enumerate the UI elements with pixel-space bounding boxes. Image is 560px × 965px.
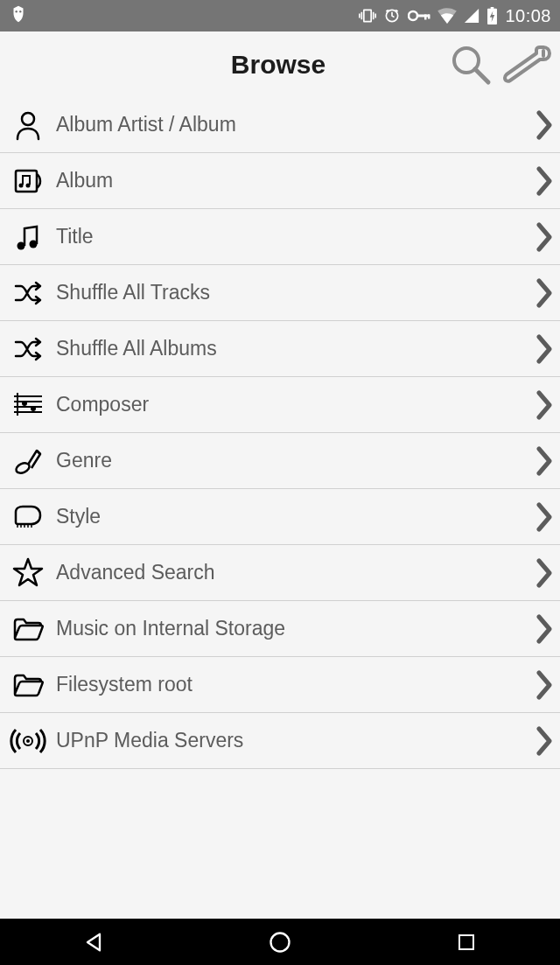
chevron-right-icon (534, 668, 555, 702)
key-icon (408, 9, 430, 23)
list-item-label: Shuffle All Tracks (56, 281, 534, 304)
list-item[interactable]: Style (0, 489, 560, 545)
list-item[interactable]: Album (0, 153, 560, 209)
list-item[interactable]: Shuffle All Albums (0, 321, 560, 377)
list-item[interactable]: Shuffle All Tracks (0, 265, 560, 321)
nav-bar (0, 919, 560, 965)
list-item[interactable]: Album Artist / Album (0, 97, 560, 153)
artist-icon (7, 104, 49, 146)
list-item-label: UPnP Media Servers (56, 729, 534, 752)
search-button[interactable] (444, 42, 497, 87)
svg-rect-4 (424, 15, 427, 20)
svg-point-0 (16, 10, 18, 12)
status-icons: 10:08 (359, 6, 551, 26)
chevron-right-icon (534, 612, 555, 646)
chevron-right-icon (534, 444, 555, 478)
wifi-icon (438, 8, 457, 24)
shuffle-icon (7, 328, 49, 370)
browse-list: Album Artist / AlbumAlbumTitleShuffle Al… (0, 97, 560, 919)
chevron-right-icon (534, 388, 555, 422)
star-icon (7, 552, 49, 594)
list-item-label: Shuffle All Albums (56, 337, 534, 360)
upnp-icon (7, 720, 49, 762)
page-title: Browse (112, 50, 444, 80)
status-bar: 10:08 (0, 0, 560, 31)
svg-rect-3 (417, 15, 430, 17)
list-item[interactable]: Genre (0, 433, 560, 489)
folder-icon (7, 608, 49, 650)
status-app-icon (9, 4, 28, 28)
home-icon (268, 930, 292, 955)
svg-rect-9 (16, 171, 37, 192)
recent-icon (456, 932, 477, 953)
title-icon (7, 216, 49, 258)
chevron-right-icon (534, 332, 555, 366)
list-item-label: Filesystem root (56, 673, 534, 696)
svg-point-23 (38, 451, 41, 454)
svg-point-31 (270, 933, 289, 951)
list-item[interactable]: Filesystem root (0, 657, 560, 713)
svg-rect-5 (428, 15, 430, 19)
folder-icon (7, 664, 49, 706)
chevron-right-icon (534, 500, 555, 534)
style-icon (7, 496, 49, 538)
list-item-label: Advanced Search (56, 561, 534, 584)
nav-recent-button[interactable] (444, 929, 488, 955)
chevron-right-icon (534, 108, 555, 142)
chevron-right-icon (534, 724, 555, 758)
chevron-right-icon (534, 556, 555, 590)
svg-point-29 (26, 739, 30, 743)
list-item[interactable]: Title (0, 209, 560, 265)
svg-point-11 (26, 183, 31, 187)
svg-point-20 (31, 406, 36, 411)
svg-rect-32 (459, 935, 473, 949)
search-icon (449, 43, 493, 87)
vibrate-icon (359, 7, 376, 24)
list-item-label: Album (56, 169, 534, 192)
back-icon (81, 930, 106, 955)
wrench-icon (501, 44, 552, 86)
genre-icon (7, 440, 49, 482)
list-item[interactable]: UPnP Media Servers (0, 713, 560, 769)
chevron-right-icon (534, 220, 555, 254)
nav-back-button[interactable] (72, 929, 116, 955)
shuffle-icon (7, 272, 49, 314)
battery-icon (486, 7, 498, 24)
settings-button[interactable] (500, 42, 553, 87)
alarm-icon (383, 7, 401, 24)
status-time: 10:08 (505, 6, 551, 26)
list-item-label: Album Artist / Album (56, 113, 534, 136)
svg-point-12 (18, 241, 25, 249)
list-item-label: Style (56, 505, 534, 528)
header: Browse (0, 31, 560, 97)
nav-home-button[interactable] (258, 929, 302, 955)
list-item-label: Composer (56, 393, 534, 416)
list-item[interactable]: Composer (0, 377, 560, 433)
svg-point-10 (19, 183, 24, 187)
album-icon (7, 160, 49, 202)
chevron-right-icon (534, 276, 555, 310)
svg-point-1 (19, 10, 21, 12)
signal-icon (464, 8, 480, 24)
chevron-right-icon (534, 164, 555, 198)
list-item[interactable]: Music on Internal Storage (0, 601, 560, 657)
svg-point-13 (30, 240, 38, 248)
svg-rect-7 (491, 7, 494, 10)
svg-point-19 (22, 401, 27, 406)
svg-point-2 (409, 11, 417, 20)
list-item[interactable]: Advanced Search (0, 545, 560, 601)
list-item-label: Genre (56, 449, 534, 472)
composer-icon (7, 384, 49, 426)
list-item-label: Music on Internal Storage (56, 617, 534, 640)
list-item-label: Title (56, 225, 534, 248)
